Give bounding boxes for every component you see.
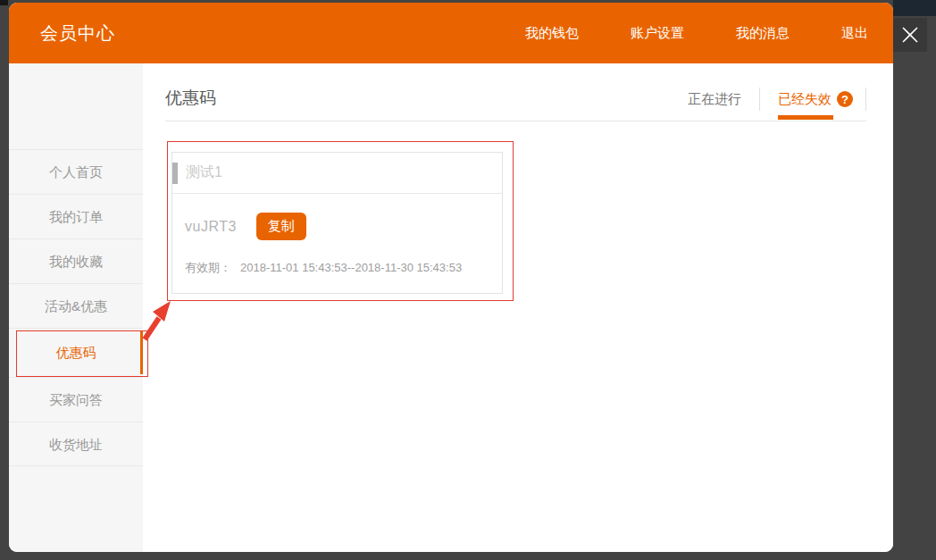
sidebar-item-personal-home[interactable]: 个人首页 [9, 149, 143, 194]
tab-separator [759, 88, 760, 111]
sidebar-item-my-favorites[interactable]: 我的收藏 [9, 238, 143, 283]
nav-logout[interactable]: 退出 [841, 25, 868, 42]
validity-label: 有效期： [185, 261, 231, 274]
background-strip [893, 0, 936, 16]
background-fragment [0, 0, 8, 5]
close-button[interactable] [893, 18, 927, 52]
sidebar-item-buyer-qa[interactable]: 买家问答 [9, 377, 143, 422]
member-center-modal: 会员中心 我的钱包 账户设置 我的消息 退出 个人首页 我的订单 我的收藏 活动… [9, 3, 893, 552]
card-marker-bar [172, 163, 178, 184]
sidebar-item-coupon-code[interactable]: 优惠码 [9, 328, 143, 377]
title-divider [165, 121, 866, 121]
sidebar-item-shipping-address[interactable]: 收货地址 [9, 422, 143, 466]
coupon-card-body: vuJRT3 复制 有效期：2018-11-01 15:43:53--2018-… [172, 194, 502, 276]
validity-range: 2018-11-01 15:43:53--2018-11-30 15:43:53 [240, 261, 462, 274]
coupon-code-value: vuJRT3 [185, 219, 237, 235]
sidebar-item-my-orders[interactable]: 我的订单 [9, 194, 143, 238]
modal-body: 个人首页 我的订单 我的收藏 活动&优惠 优惠码 买家问答 收货地址 优惠码 正… [9, 63, 893, 552]
help-icon[interactable]: ? [837, 91, 853, 107]
tab-expired[interactable]: 已经失效 ? [778, 91, 853, 108]
nav-account-settings[interactable]: 账户设置 [631, 25, 684, 42]
nav-my-wallet[interactable]: 我的钱包 [525, 25, 579, 42]
sidebar: 个人首页 我的订单 我的收藏 活动&优惠 优惠码 买家问答 收货地址 [9, 63, 143, 552]
copy-button[interactable]: 复制 [256, 213, 306, 240]
nav-my-messages[interactable]: 我的消息 [736, 25, 790, 42]
active-tab-underline [778, 115, 833, 120]
section-title: 优惠码 [165, 87, 216, 110]
close-icon [900, 25, 920, 45]
coupon-name: 测试1 [186, 163, 222, 182]
page-title: 会员中心 [40, 21, 115, 46]
header-nav: 我的钱包 账户设置 我的消息 退出 [473, 3, 868, 63]
page-backdrop: 会员中心 我的钱包 账户设置 我的消息 退出 个人首页 我的订单 我的收藏 活动… [0, 0, 936, 560]
tab-expired-label: 已经失效 [778, 91, 832, 108]
coupon-card-header: 测试1 [172, 153, 502, 194]
coupon-card: 测试1 vuJRT3 复制 有效期：2018-11-01 15:43:53--2… [171, 152, 503, 294]
modal-header: 会员中心 我的钱包 账户设置 我的消息 退出 [9, 3, 893, 63]
sidebar-item-label: 优惠码 [56, 345, 96, 360]
main-content: 优惠码 正在进行 已经失效 ? 测试1 [143, 63, 893, 552]
tab-in-progress[interactable]: 正在进行 [688, 91, 741, 108]
tab-bar: 正在进行 已经失效 ? [688, 88, 866, 110]
sidebar-item-activities[interactable]: 活动&优惠 [9, 283, 143, 328]
tab-separator [865, 88, 866, 111]
coupon-code-row: vuJRT3 复制 [185, 213, 489, 240]
validity-row: 有效期：2018-11-01 15:43:53--2018-11-30 15:4… [185, 260, 489, 276]
